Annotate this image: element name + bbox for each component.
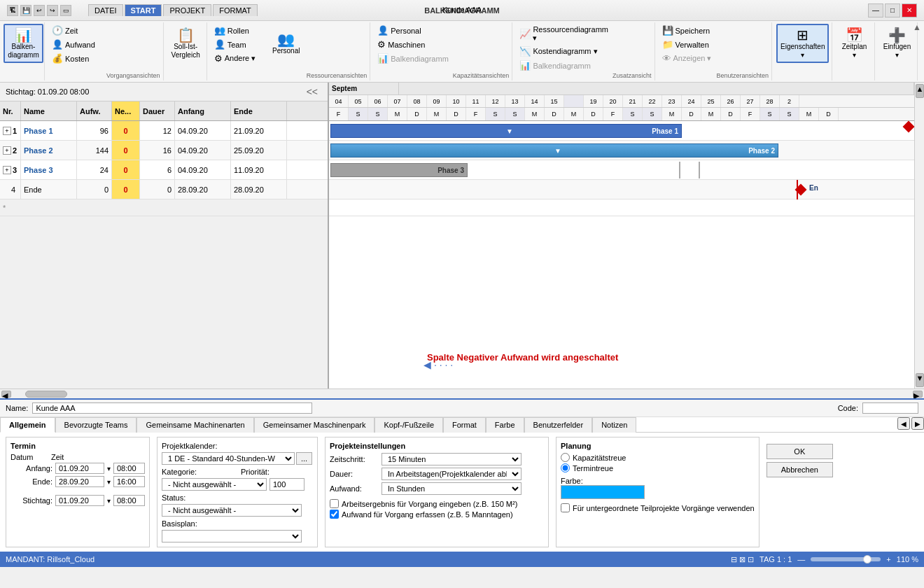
aufwand-select[interactable]: In Stunden bbox=[382, 482, 522, 495]
tab-format[interactable]: Format bbox=[443, 417, 486, 433]
phase3-bar[interactable]: Phase 3 bbox=[330, 163, 468, 177]
tab-notizen[interactable]: Notizen bbox=[592, 417, 636, 433]
maschinen-button[interactable]: ⚙ Maschinen bbox=[374, 38, 451, 51]
tab-format[interactable]: FORMAT bbox=[213, 4, 258, 16]
zoom-plus[interactable]: + bbox=[886, 555, 890, 564]
ok-button[interactable]: OK bbox=[766, 444, 833, 459]
ribbon-collapse-button[interactable]: ▲ bbox=[913, 22, 921, 32]
table-row[interactable]: +3 Phase 3 24 0 6 04.09.20 11.09.20 bbox=[0, 160, 328, 180]
tab-bevorzugte-teams[interactable]: Bevorzugte Teams bbox=[55, 417, 137, 433]
expand-2[interactable]: + bbox=[3, 146, 11, 155]
tab-gemeinsamer-maschinenpark[interactable]: Gemeinsamer Maschinenpark bbox=[254, 417, 375, 433]
einfuegen-button[interactable]: ➕ Einfügen ▾ bbox=[879, 24, 914, 63]
stichtag-dropdown-arrow[interactable]: ▾ bbox=[107, 497, 111, 505]
window-icon[interactable]: ▭ bbox=[60, 5, 71, 16]
tab-datei[interactable]: DATEI bbox=[88, 4, 123, 16]
anzeigen-button[interactable]: 👁 Anzeigen ▾ bbox=[659, 52, 715, 65]
tab-gemeinsame-machinenarten[interactable]: Gemeinsame Machinenarten bbox=[136, 417, 253, 433]
team-button[interactable]: 👤 Team bbox=[211, 38, 267, 51]
balkendgm2-button[interactable]: 📊 Balkendiagramm bbox=[517, 59, 611, 72]
verwalten-button[interactable]: 📁 Verwalten bbox=[659, 38, 715, 51]
zeit-button[interactable]: 🕐 Zeit bbox=[49, 24, 105, 37]
phase2-bar[interactable]: Phase 2 ▼ bbox=[330, 144, 778, 158]
tab-benutzerfelder[interactable]: Benutzerfelder bbox=[524, 417, 593, 433]
anfang-dropdown-arrow[interactable]: ▾ bbox=[107, 465, 111, 472]
ende-date-input[interactable] bbox=[55, 476, 104, 487]
farbe-color-box[interactable] bbox=[561, 485, 645, 499]
dauer-select[interactable]: In Arbeitstagen(Projektkalender abhän bbox=[382, 468, 522, 480]
tab-allgemein[interactable]: Allgemein bbox=[0, 417, 55, 433]
horizontal-scrollbar[interactable]: ◀ ▶ bbox=[0, 388, 924, 398]
personal-kap-button[interactable]: 👤 Personal bbox=[374, 24, 451, 37]
ende-time-input[interactable] bbox=[113, 476, 145, 487]
status-select[interactable]: - Nicht ausgewählt - bbox=[162, 504, 302, 517]
vertical-scrollbar[interactable]: ▲ ▼ bbox=[914, 83, 924, 388]
soll-ist-label: Soll-Ist-Vergleich bbox=[172, 43, 200, 59]
close-button[interactable]: ✕ bbox=[902, 4, 917, 18]
stichtag-date-input[interactable] bbox=[55, 495, 104, 506]
minimize-button[interactable]: — bbox=[868, 4, 883, 18]
tab-start[interactable]: START bbox=[125, 4, 162, 16]
projekteinstellungen-title: Projekteinstellungen bbox=[330, 442, 544, 450]
zoom-thumb[interactable] bbox=[863, 555, 872, 564]
tab-next-button[interactable]: ▶ bbox=[911, 417, 924, 430]
anfang-date-input[interactable] bbox=[55, 463, 104, 474]
speichern-button[interactable]: 💾 Speichern bbox=[659, 24, 715, 37]
checkbox2[interactable] bbox=[330, 510, 339, 519]
aufwand-button[interactable]: 👤 Aufwand bbox=[49, 38, 105, 51]
tab-kopf-fusszeile[interactable]: Kopf-/Fußzeile bbox=[374, 417, 443, 433]
expand-3[interactable]: + bbox=[3, 166, 11, 174]
redo-icon[interactable]: ↪ bbox=[47, 5, 58, 16]
teilprojekte-checkbox[interactable] bbox=[561, 503, 570, 512]
rollen-button[interactable]: 👥 Rollen bbox=[211, 24, 267, 37]
name-field-input[interactable] bbox=[32, 402, 312, 414]
balkendgm-button[interactable]: 📊 Balkendiagramm bbox=[374, 52, 451, 65]
zoom-slider[interactable] bbox=[811, 557, 881, 561]
kostendiagramm-button[interactable]: 📉 Kostendiagramm ▾ bbox=[517, 45, 611, 58]
basisplan-select[interactable] bbox=[162, 530, 302, 542]
cancel-button[interactable]: Abbrechen bbox=[766, 462, 833, 477]
prioritaet-input[interactable] bbox=[270, 478, 304, 491]
scroll-right-btn[interactable]: ▶ bbox=[913, 391, 923, 398]
ressourcendiagramm-button[interactable]: 📈 Ressourcendiagramm ▾ bbox=[517, 24, 611, 44]
personal-large-button[interactable]: 👥 Personal bbox=[269, 24, 304, 63]
kosten-button[interactable]: 💰 Kosten bbox=[49, 52, 105, 65]
soll-ist-button[interactable]: 📋 Soll-Ist-Vergleich bbox=[168, 24, 204, 63]
table-row[interactable]: +2 Phase 2 144 0 16 04.09.20 25.09.20 bbox=[0, 141, 328, 160]
save-icon[interactable]: 💾 bbox=[20, 5, 31, 16]
tab-projekt[interactable]: PROJEKT bbox=[163, 4, 211, 16]
projektkalender-select[interactable]: 1 DE - Standard 40-Stunden-W bbox=[162, 452, 295, 465]
ende-dropdown-arrow[interactable]: ▾ bbox=[107, 478, 111, 486]
andere-button[interactable]: ⚙ Andere ▾ bbox=[211, 52, 267, 65]
kategorie-select[interactable]: - Nicht ausgewählt - bbox=[162, 478, 267, 491]
zeitschritt-select[interactable]: 15 Minuten bbox=[382, 453, 522, 465]
tab-prev-button[interactable]: ◀ bbox=[897, 417, 910, 430]
farbe-label: Farbe: bbox=[561, 477, 583, 485]
table-row[interactable]: +1 Phase 1 96 0 12 04.09.20 21.09.20 bbox=[0, 121, 328, 141]
kapazitaetstreue-radio[interactable] bbox=[561, 453, 570, 462]
expand-1[interactable]: + bbox=[3, 127, 11, 135]
phase1-bar[interactable]: Phase 1 ▼ bbox=[330, 124, 682, 138]
projektkalender-btn[interactable]: ... bbox=[296, 452, 312, 465]
scroll-thumb[interactable] bbox=[25, 391, 67, 398]
nav-prev-button[interactable]: << bbox=[302, 85, 322, 99]
code-field-input[interactable] bbox=[862, 402, 918, 414]
tab-farbe[interactable]: Farbe bbox=[486, 417, 524, 433]
zoom-minus[interactable]: — bbox=[797, 555, 805, 564]
scroll-up-btn[interactable]: ▲ bbox=[916, 84, 924, 98]
stichtag-time-input[interactable] bbox=[113, 495, 145, 506]
day-cell: 12 bbox=[486, 95, 505, 107]
undo-icon[interactable]: ↩ bbox=[34, 5, 45, 16]
zeitplan-button[interactable]: 📅 Zeitplan ▾ bbox=[836, 24, 872, 63]
anfang-time-input[interactable] bbox=[113, 463, 145, 474]
checkbox1[interactable] bbox=[330, 499, 339, 508]
maximize-button[interactable]: □ bbox=[885, 4, 900, 18]
scroll-left-btn[interactable]: ◀ bbox=[1, 391, 11, 398]
mandant-label: MANDANT: Rillsoft_Cloud bbox=[6, 555, 94, 564]
scroll-down-btn[interactable]: ▼ bbox=[916, 373, 924, 387]
termintreue-radio[interactable] bbox=[561, 463, 570, 472]
table-row[interactable]: 4 Ende 0 0 0 28.09.20 28.09.20 bbox=[0, 180, 328, 200]
dow-cell: S bbox=[349, 108, 368, 120]
balkendiagramm-button[interactable]: 📊 Balken-diagramm bbox=[4, 24, 43, 63]
eigenschaften-button[interactable]: ⊞ Eigenschaften ▾ bbox=[776, 24, 829, 63]
